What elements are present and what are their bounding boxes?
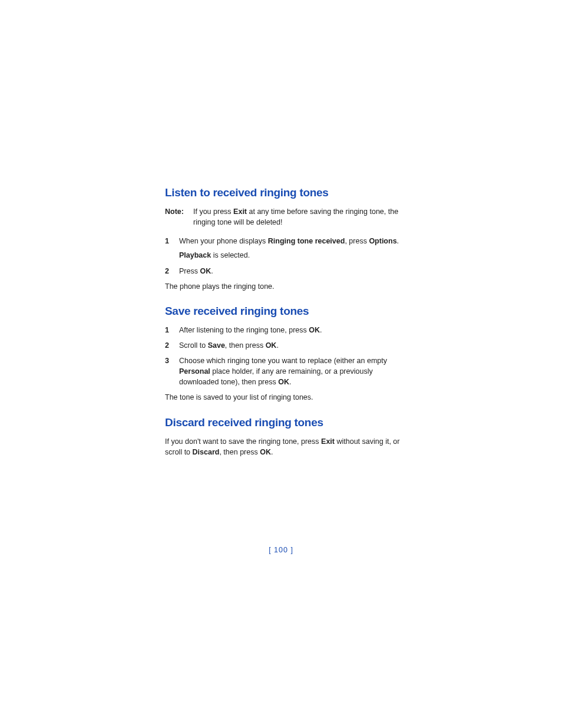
step-number: 2 (165, 340, 179, 351)
discard-mid2: , then press (219, 448, 260, 456)
step2-ok-bold: OK (200, 267, 211, 275)
heading-listen: Listen to received ringing tones (165, 186, 406, 199)
step1-mid: , press (345, 237, 369, 245)
section-save: Save received ringing tones 1 After list… (165, 305, 406, 403)
listen-step-1: 1 When your phone displays Ringing tone … (165, 236, 406, 261)
step2-pre: Press (179, 267, 200, 275)
note-row: Note: If you press Exit at any time befo… (165, 206, 406, 228)
save2-ok-bold: OK (266, 341, 277, 350)
note-body: If you press Exit at any time before sav… (193, 206, 406, 228)
step-number: 3 (165, 355, 179, 387)
save2-save-bold: Save (208, 341, 225, 350)
step1-sub-post: is selected. (211, 251, 250, 259)
save1-end: . (320, 326, 322, 334)
discard-discard-bold: Discard (193, 448, 220, 456)
step-body: Press OK. (179, 266, 406, 276)
save-step-2: 2 Scroll to Save, then press OK. (165, 340, 406, 351)
step1-sub: Playback is selected. (179, 250, 406, 261)
step-body: Scroll to Save, then press OK. (179, 340, 406, 351)
step1-end: . (397, 237, 399, 245)
step2-end: . (211, 267, 213, 275)
save3-ok-bold: OK (278, 378, 289, 386)
heading-save: Save received ringing tones (165, 305, 406, 318)
step1-pre: When your phone displays (179, 237, 268, 245)
note-label: Note: (165, 206, 191, 228)
step-number: 1 (165, 325, 179, 335)
step-body: When your phone displays Ringing tone re… (179, 236, 406, 261)
step-body: Choose which ringing tone you want to re… (179, 355, 406, 387)
discard-end: . (271, 448, 273, 456)
save1-pre: After listening to the ringing tone, pre… (179, 326, 309, 334)
section-listen: Listen to received ringing tones Note: I… (165, 186, 406, 292)
section-discard: Discard received ringing tones If you do… (165, 416, 406, 457)
listen-step-2: 2 Press OK. (165, 266, 406, 276)
save2-pre: Scroll to (179, 341, 208, 350)
note-exit-bold: Exit (233, 207, 247, 216)
save-after: The tone is saved to your list of ringin… (165, 392, 406, 403)
discard-ok-bold: OK (260, 448, 271, 456)
discard-exit-bold: Exit (321, 437, 335, 446)
save3-end: . (289, 378, 291, 386)
save2-mid: , then press (225, 341, 266, 350)
save-step-3: 3 Choose which ringing tone you want to … (165, 355, 406, 387)
save-step-1: 1 After listening to the ringing tone, p… (165, 325, 406, 335)
page-number: [ 100 ] (0, 546, 562, 554)
save2-end: . (276, 341, 278, 350)
save3-personal-bold: Personal (179, 367, 210, 375)
listen-after: The phone plays the ringing tone. (165, 281, 406, 292)
save1-ok-bold: OK (309, 326, 320, 334)
step1-opt-bold: Options (369, 237, 396, 245)
heading-discard: Discard received ringing tones (165, 416, 406, 429)
page-content: Listen to received ringing tones Note: I… (165, 186, 406, 469)
step1-rt-bold: Ringing tone received (268, 237, 345, 245)
discard-pre: If you don't want to save the ringing to… (165, 437, 321, 446)
step-body: After listening to the ringing tone, pre… (179, 325, 406, 335)
step-number: 1 (165, 236, 179, 261)
discard-body: If you don't want to save the ringing to… (165, 436, 406, 457)
save3-pre: Choose which ringing tone you want to re… (179, 357, 387, 365)
step-number: 2 (165, 266, 179, 276)
note-text-pre: If you press (193, 207, 233, 216)
step1-pb-bold: Playback (179, 251, 211, 259)
